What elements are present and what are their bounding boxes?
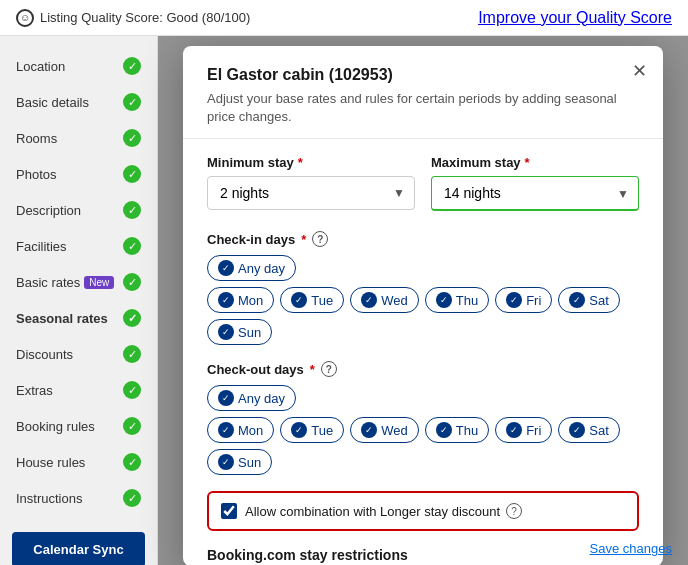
sidebar-item-label: Instructions [16,491,82,506]
top-bar: ☺ Listing Quality Score: Good (80/100) I… [0,0,688,36]
chip-check-icon [218,422,234,438]
sidebar-item-basic-details[interactable]: Basic details [0,84,157,120]
chip-check-icon [361,422,377,438]
check-icon [123,417,141,435]
sidebar-item-label: Basic rates [16,275,80,290]
quality-score-label: Listing Quality Score: Good (80/100) [40,10,250,25]
checkin-fri-chip[interactable]: Fri [495,287,552,313]
modal-overlay: El Gastor cabin (102953) Adjust your bas… [158,36,688,565]
checkin-sun-chip[interactable]: Sun [207,319,272,345]
checkout-fri-chip[interactable]: Fri [495,417,552,443]
checkin-thu-chip[interactable]: Thu [425,287,489,313]
day-label: Mon [238,293,263,308]
day-label: Sat [589,293,609,308]
checkout-mon-chip[interactable]: Mon [207,417,274,443]
min-stay-label: Minimum stay * [207,155,415,170]
chip-check-icon [436,292,452,308]
max-stay-select[interactable]: 14 nights 7 nights 21 nights [431,176,639,211]
day-label: Thu [456,293,478,308]
combo-checkbox[interactable] [221,503,237,519]
sidebar-item-rooms[interactable]: Rooms [0,120,157,156]
checkin-any-day-row: Any day [207,255,639,281]
day-label: Fri [526,423,541,438]
check-icon [123,57,141,75]
sidebar-item-instructions[interactable]: Instructions [0,480,157,516]
sidebar-item-label: Discounts [16,347,73,362]
sidebar-item-seasonal-rates[interactable]: Seasonal rates [0,300,157,336]
chip-check-icon [218,260,234,276]
check-icon [123,489,141,507]
sidebar-item-booking-rules[interactable]: Booking rules [0,408,157,444]
check-icon [123,381,141,399]
sidebar-item-discounts[interactable]: Discounts [0,336,157,372]
chip-check-icon [218,454,234,470]
help-icon[interactable]: ? [321,361,337,377]
checkout-days-chips-row: Mon Tue Wed [207,417,639,475]
checkout-days-section: Check-out days * ? Any day [207,361,639,475]
sidebar-item-facilities[interactable]: Facilities [0,228,157,264]
sidebar-item-label: Seasonal rates [16,311,108,326]
sidebar-item-label: Photos [16,167,56,182]
max-stay-label: Maximum stay * [431,155,639,170]
modal-body: Minimum stay * 2 nights 1 night 3 nights… [183,139,663,565]
min-stay-select[interactable]: 2 nights 1 night 3 nights [207,176,415,210]
checkout-days-label: Check-out days * ? [207,361,639,377]
sidebar-item-location[interactable]: Location [0,48,157,84]
chip-check-icon [291,422,307,438]
any-day-label: Any day [238,261,285,276]
sidebar: Location Basic details Rooms Photos Desc… [0,36,158,565]
sidebar-item-description[interactable]: Description [0,192,157,228]
checkin-wed-chip[interactable]: Wed [350,287,419,313]
checkin-days-label: Check-in days * ? [207,231,639,247]
checkout-thu-chip[interactable]: Thu [425,417,489,443]
day-label: Sat [589,423,609,438]
chip-check-icon [569,292,585,308]
main-layout: Location Basic details Rooms Photos Desc… [0,36,688,565]
max-stay-field: Maximum stay * 14 nights 7 nights 21 nig… [431,155,639,211]
checkout-sun-chip[interactable]: Sun [207,449,272,475]
improve-quality-link[interactable]: Improve your Quality Score [478,9,672,27]
sidebar-item-photos[interactable]: Photos [0,156,157,192]
combo-row: Allow combination with Longer stay disco… [207,491,639,531]
day-label: Wed [381,423,408,438]
main-content: El Gastor cabin (102953) Adjust your bas… [158,36,688,565]
help-icon[interactable]: ? [506,503,522,519]
modal-title: El Gastor cabin (102953) [207,66,639,84]
sidebar-item-label: Extras [16,383,53,398]
sidebar-item-house-rules[interactable]: House rules [0,444,157,480]
sidebar-item-label: House rules [16,455,85,470]
sidebar-item-basic-rates[interactable]: Basic rates New [0,264,157,300]
checkout-sat-chip[interactable]: Sat [558,417,620,443]
modal-dialog: El Gastor cabin (102953) Adjust your bas… [183,46,663,565]
quality-score-area: ☺ Listing Quality Score: Good (80/100) [16,9,250,27]
calendar-sync-button[interactable]: Calendar Sync [12,532,145,565]
modal-close-button[interactable]: ✕ [632,62,647,80]
checkin-mon-chip[interactable]: Mon [207,287,274,313]
min-stay-select-wrapper: 2 nights 1 night 3 nights ▼ [207,176,415,210]
required-marker: * [310,362,315,377]
max-stay-select-wrapper: 14 nights 7 nights 21 nights ▼ [431,176,639,211]
checkin-tue-chip[interactable]: Tue [280,287,344,313]
checkout-tue-chip[interactable]: Tue [280,417,344,443]
sidebar-item-label: Description [16,203,81,218]
chip-check-icon [506,422,522,438]
sidebar-item-label: Location [16,59,65,74]
checkin-any-day-chip[interactable]: Any day [207,255,296,281]
checkout-any-day-chip[interactable]: Any day [207,385,296,411]
check-icon [123,201,141,219]
check-icon [123,237,141,255]
modal-header: El Gastor cabin (102953) Adjust your bas… [183,46,663,139]
checkout-wed-chip[interactable]: Wed [350,417,419,443]
day-label: Thu [456,423,478,438]
sidebar-item-extras[interactable]: Extras [0,372,157,408]
chip-check-icon [218,324,234,340]
check-icon [123,129,141,147]
check-icon [123,273,141,291]
required-marker: * [298,155,303,170]
help-icon[interactable]: ? [312,231,328,247]
check-icon [123,93,141,111]
checkin-sat-chip[interactable]: Sat [558,287,620,313]
save-changes-link[interactable]: Save changes [590,541,672,556]
checkout-any-day-row: Any day [207,385,639,411]
sidebar-item-label: Rooms [16,131,57,146]
